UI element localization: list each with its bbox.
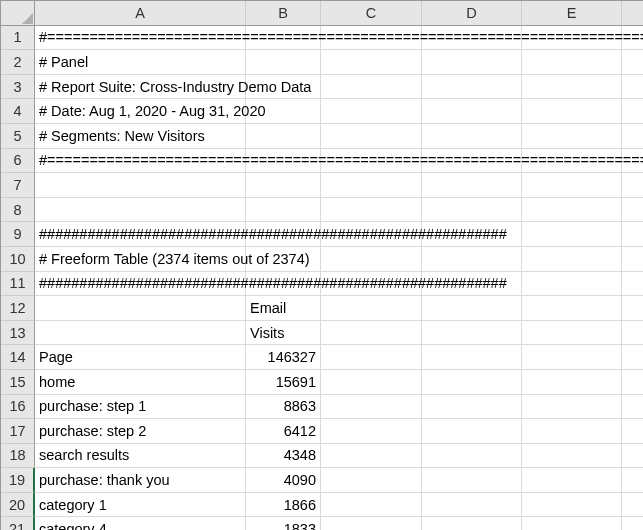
cell-C21[interactable] [321,517,422,530]
cell-D3[interactable] [422,75,522,100]
cell-A11[interactable]: ########################################… [35,272,246,297]
cell-E18[interactable] [522,444,622,469]
row-header-12[interactable]: 12 [1,296,35,321]
cell-D15[interactable] [422,370,522,395]
column-header-F[interactable]: F [622,1,643,26]
cell-A16[interactable]: purchase: step 1 [35,395,246,420]
cell-F9[interactable] [622,222,643,247]
cell-F15[interactable] [622,370,643,395]
cell-D17[interactable] [422,419,522,444]
cell-C8[interactable] [321,198,422,223]
cell-F20[interactable] [622,493,643,518]
cell-C3[interactable] [321,75,422,100]
cell-B5[interactable] [246,124,321,149]
row-header-3[interactable]: 3 [1,75,35,100]
cell-C19[interactable] [321,468,422,493]
row-header-18[interactable]: 18 [1,444,35,469]
row-header-13[interactable]: 13 [1,321,35,346]
cell-F10[interactable] [622,247,643,272]
cell-E17[interactable] [522,419,622,444]
cell-C7[interactable] [321,173,422,198]
cell-A18[interactable]: search results [35,444,246,469]
cell-A12[interactable] [35,296,246,321]
cell-E15[interactable] [522,370,622,395]
cell-C17[interactable] [321,419,422,444]
cell-B14[interactable]: 146327 [246,345,321,370]
cell-E12[interactable] [522,296,622,321]
cell-C15[interactable] [321,370,422,395]
cell-A7[interactable] [35,173,246,198]
cell-A17[interactable]: purchase: step 2 [35,419,246,444]
cell-E4[interactable] [522,99,622,124]
cell-E14[interactable] [522,345,622,370]
cell-D21[interactable] [422,517,522,530]
cell-F4[interactable] [622,99,643,124]
row-header-21[interactable]: 21 [1,517,35,530]
cell-B20[interactable]: 1866 [246,493,321,518]
cell-F7[interactable] [622,173,643,198]
cell-E5[interactable] [522,124,622,149]
row-header-4[interactable]: 4 [1,99,35,124]
cell-A13[interactable] [35,321,246,346]
cell-C12[interactable] [321,296,422,321]
cell-F13[interactable] [622,321,643,346]
cell-D12[interactable] [422,296,522,321]
row-header-14[interactable]: 14 [1,345,35,370]
cell-E3[interactable] [522,75,622,100]
row-header-20[interactable]: 20 [1,493,35,518]
cell-F14[interactable] [622,345,643,370]
row-header-10[interactable]: 10 [1,247,35,272]
row-header-8[interactable]: 8 [1,198,35,223]
row-header-17[interactable]: 17 [1,419,35,444]
cell-B15[interactable]: 15691 [246,370,321,395]
cell-D10[interactable] [422,247,522,272]
cell-B17[interactable]: 6412 [246,419,321,444]
cell-A8[interactable] [35,198,246,223]
row-header-1[interactable]: 1 [1,26,35,51]
cell-A9[interactable]: ########################################… [35,222,246,247]
cell-F19[interactable] [622,468,643,493]
cell-A2[interactable]: # Panel [35,50,246,75]
cell-C2[interactable] [321,50,422,75]
cell-A1[interactable]: #=======================================… [35,26,246,51]
cell-C14[interactable] [321,345,422,370]
cell-B8[interactable] [246,198,321,223]
cell-A21[interactable]: category 4 [35,517,246,530]
cell-B13[interactable]: Visits [246,321,321,346]
cell-D8[interactable] [422,198,522,223]
cell-D2[interactable] [422,50,522,75]
cell-C18[interactable] [321,444,422,469]
cell-B21[interactable]: 1833 [246,517,321,530]
cell-F16[interactable] [622,395,643,420]
cell-A14[interactable]: Page [35,345,246,370]
cell-A5[interactable]: # Segments: New Visitors [35,124,246,149]
cell-C4[interactable] [321,99,422,124]
cell-C5[interactable] [321,124,422,149]
cell-B12[interactable]: Email [246,296,321,321]
cell-B19[interactable]: 4090 [246,468,321,493]
row-header-5[interactable]: 5 [1,124,35,149]
cell-E8[interactable] [522,198,622,223]
cell-C13[interactable] [321,321,422,346]
cell-E11[interactable] [522,272,622,297]
cell-B7[interactable] [246,173,321,198]
cell-D13[interactable] [422,321,522,346]
cell-C10[interactable] [321,247,422,272]
cell-A15[interactable]: home [35,370,246,395]
cell-A19[interactable]: purchase: thank you [35,468,246,493]
cell-F8[interactable] [622,198,643,223]
cell-A3[interactable]: # Report Suite: Cross-Industry Demo Data [35,75,246,100]
select-all-corner[interactable] [1,1,35,26]
cell-F2[interactable] [622,50,643,75]
cell-D7[interactable] [422,173,522,198]
row-header-2[interactable]: 2 [1,50,35,75]
cell-C16[interactable] [321,395,422,420]
cell-A20[interactable]: category 1 [35,493,246,518]
row-header-9[interactable]: 9 [1,222,35,247]
cell-F17[interactable] [622,419,643,444]
column-header-B[interactable]: B [246,1,321,26]
cell-E10[interactable] [522,247,622,272]
cell-A4[interactable]: # Date: Aug 1, 2020 - Aug 31, 2020 [35,99,246,124]
cell-F12[interactable] [622,296,643,321]
column-header-D[interactable]: D [422,1,522,26]
